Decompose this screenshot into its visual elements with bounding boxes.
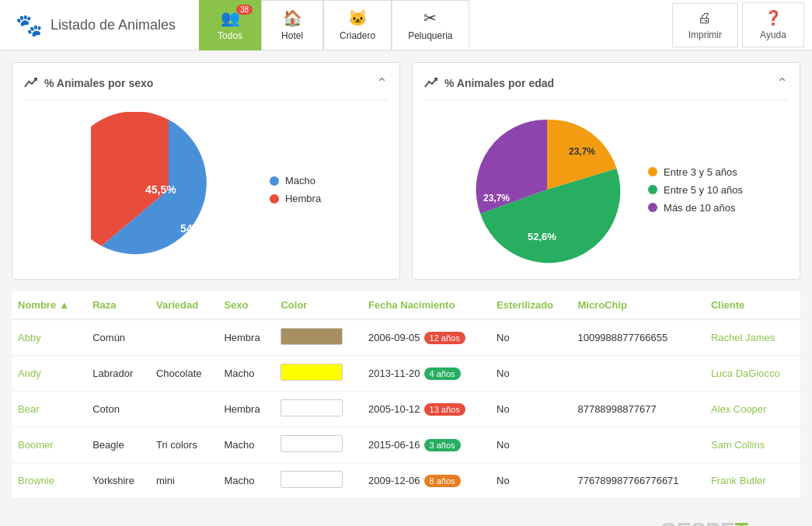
age-badge: 12 años bbox=[424, 332, 465, 344]
age-5-10-label: Entre 5 y 10 años bbox=[664, 184, 743, 196]
btn-icon-imprimir: 🖨 bbox=[698, 10, 712, 26]
table-row: BrownieYorkshireminiMacho2009-12-068 año… bbox=[12, 463, 800, 499]
cell-microchip: 1009988877766655 bbox=[571, 319, 704, 356]
chart-age-card: % Animales por edad ⌃ 23,7% 52,6% 23,7% bbox=[412, 62, 800, 280]
table-row: AbbyComúnHembra2006-09-0512 añosNo100998… bbox=[12, 319, 800, 356]
chart-sex-card: % Animales por sexo ⌃ 45,5% 54,5% bbox=[12, 62, 400, 280]
tab-icon-peluqueria: ✂ bbox=[423, 9, 437, 27]
cell-microchip bbox=[571, 427, 704, 463]
footer: GESPET.com SOFTWARE DE GESTIÓN DE MASCOT… bbox=[0, 510, 812, 526]
collapse-age-button[interactable]: ⌃ bbox=[776, 75, 788, 92]
cell-raza: Labrador bbox=[86, 356, 150, 392]
cell-esterilizado: No bbox=[490, 427, 571, 463]
tab-icon-hotel: 🏠 bbox=[283, 9, 302, 27]
cell-esterilizado: No bbox=[490, 319, 571, 356]
cell-cliente[interactable]: Alex Cooper bbox=[705, 392, 800, 427]
cell-fecha: 2013-11-204 años bbox=[362, 356, 490, 392]
cell-sexo: Hembra bbox=[218, 319, 274, 356]
macho-label: Macho bbox=[285, 175, 315, 186]
nav-tab-todos[interactable]: 38👥Todos bbox=[199, 0, 261, 51]
th-nombre[interactable]: Nombre ▲ bbox=[12, 291, 86, 319]
legend-hembra: Hembra bbox=[270, 193, 321, 204]
cell-cliente[interactable]: Rachel James bbox=[705, 319, 800, 356]
header-btn-ayuda[interactable]: ❓Ayuda bbox=[742, 2, 804, 47]
cell-cliente[interactable]: Frank Butler bbox=[705, 463, 800, 499]
th-color[interactable]: Color bbox=[274, 291, 362, 319]
hembra-label: Hembra bbox=[285, 193, 321, 204]
cell-esterilizado: No bbox=[490, 392, 571, 427]
color-swatch bbox=[281, 364, 343, 381]
trend-icon bbox=[24, 76, 38, 90]
th-cliente[interactable]: Cliente bbox=[705, 291, 800, 319]
nav-tab-peluqueria[interactable]: ✂Peluqueria bbox=[392, 0, 469, 51]
cell-esterilizado: No bbox=[490, 356, 571, 392]
th-fecha[interactable]: Fecha Nacimiento bbox=[362, 291, 490, 319]
chart-age-header: % Animales por edad ⌃ bbox=[424, 75, 788, 100]
th-esterilizado[interactable]: Esterilizado bbox=[490, 291, 571, 319]
table-row: BoomerBeagleTri colorsMacho2015-06-163 a… bbox=[12, 427, 800, 463]
cell-cliente[interactable]: Sam Collins bbox=[705, 427, 800, 463]
table-body: AbbyComúnHembra2006-09-0512 añosNo100998… bbox=[12, 319, 800, 499]
cell-variedad: mini bbox=[150, 463, 218, 499]
cell-raza: Común bbox=[86, 319, 150, 356]
color-swatch bbox=[281, 399, 343, 416]
svg-text:23,7%: 23,7% bbox=[569, 146, 595, 157]
charts-section: % Animales por sexo ⌃ 45,5% 54,5% bbox=[0, 51, 812, 291]
header-btn-imprimir[interactable]: 🖨Imprimir bbox=[672, 3, 738, 47]
age-badge: 8 años bbox=[424, 475, 461, 487]
color-swatch bbox=[281, 435, 343, 452]
btn-label-imprimir: Imprimir bbox=[688, 30, 722, 40]
cell-nombre: Bear bbox=[12, 392, 86, 427]
age-3-5-dot bbox=[648, 167, 657, 176]
cell-sexo: Macho bbox=[218, 427, 274, 463]
cell-raza: Yorkshire bbox=[86, 463, 150, 499]
chart-sex-legend: Macho Hembra bbox=[270, 175, 321, 204]
age-badge: 3 años bbox=[424, 439, 461, 451]
legend-age-5-10: Entre 5 y 10 años bbox=[648, 184, 743, 196]
header-actions: 🖨Imprimir❓Ayuda bbox=[672, 2, 812, 47]
cell-fecha: 2015-06-163 años bbox=[362, 427, 490, 463]
svg-text:45,5%: 45,5% bbox=[145, 183, 176, 196]
btn-label-ayuda: Ayuda bbox=[760, 30, 786, 40]
cell-fecha: 2006-09-0512 años bbox=[362, 319, 490, 356]
legend-age-10plus: Más de 10 años bbox=[648, 202, 743, 214]
collapse-sex-button[interactable]: ⌃ bbox=[376, 75, 388, 92]
cell-color bbox=[274, 392, 362, 427]
th-raza[interactable]: Raza bbox=[86, 291, 150, 319]
btn-icon-ayuda: ❓ bbox=[765, 9, 782, 26]
th-sexo[interactable]: Sexo bbox=[218, 291, 274, 319]
sort-arrow-nombre: ▲ bbox=[59, 299, 69, 311]
table-header-row: Nombre ▲ Raza Variedad Sexo Color Fecha … bbox=[12, 291, 800, 319]
animals-table-section: Nombre ▲ Raza Variedad Sexo Color Fecha … bbox=[0, 291, 812, 510]
chart-age-body: 23,7% 52,6% 23,7% Entre 3 y 5 años Entre… bbox=[424, 112, 788, 267]
chart-sex-title: % Animales por sexo bbox=[24, 76, 153, 90]
svg-text:52,6%: 52,6% bbox=[528, 231, 556, 242]
cell-raza: Beagle bbox=[86, 427, 150, 463]
cell-color bbox=[274, 427, 362, 463]
cell-sexo: Hembra bbox=[218, 392, 274, 427]
cell-cliente[interactable]: Luca DaGiocco bbox=[705, 356, 800, 392]
chart-age-legend: Entre 3 y 5 años Entre 5 y 10 años Más d… bbox=[648, 166, 743, 214]
cell-fecha: 2005-10-1213 años bbox=[362, 392, 490, 427]
th-variedad[interactable]: Variedad bbox=[150, 291, 218, 319]
hembra-dot bbox=[270, 194, 279, 204]
nav-tabs: 38👥Todos🏠Hotel🐱Criadero✂Peluqueria bbox=[199, 0, 469, 51]
cell-nombre: Abby bbox=[12, 319, 86, 356]
cell-fecha: 2009-12-068 años bbox=[362, 463, 490, 499]
age-5-10-dot bbox=[648, 185, 657, 194]
tab-badge-todos: 38 bbox=[236, 5, 253, 15]
chart-sex-header: % Animales por sexo ⌃ bbox=[24, 75, 388, 100]
th-microchip[interactable]: MicroChip bbox=[571, 291, 704, 319]
pie-sex-chart: 45,5% 54,5% bbox=[91, 112, 246, 267]
nav-tab-hotel[interactable]: 🏠Hotel bbox=[261, 0, 323, 51]
header: 🐾 Listado de Animales 38👥Todos🏠Hotel🐱Cri… bbox=[0, 0, 812, 51]
cell-variedad: Chocolate bbox=[150, 356, 218, 392]
app-logo-area: 🐾 Listado de Animales bbox=[0, 12, 191, 38]
trend-icon-age bbox=[424, 76, 438, 90]
nav-tab-criadero[interactable]: 🐱Criadero bbox=[323, 0, 392, 51]
table-row: BearCotonHembra2005-10-1213 añosNo877889… bbox=[12, 392, 800, 427]
cell-raza: Coton bbox=[86, 392, 150, 427]
tab-label-criadero: Criadero bbox=[340, 30, 375, 41]
age-badge: 4 años bbox=[424, 368, 461, 380]
cell-nombre: Brownie bbox=[12, 463, 86, 499]
